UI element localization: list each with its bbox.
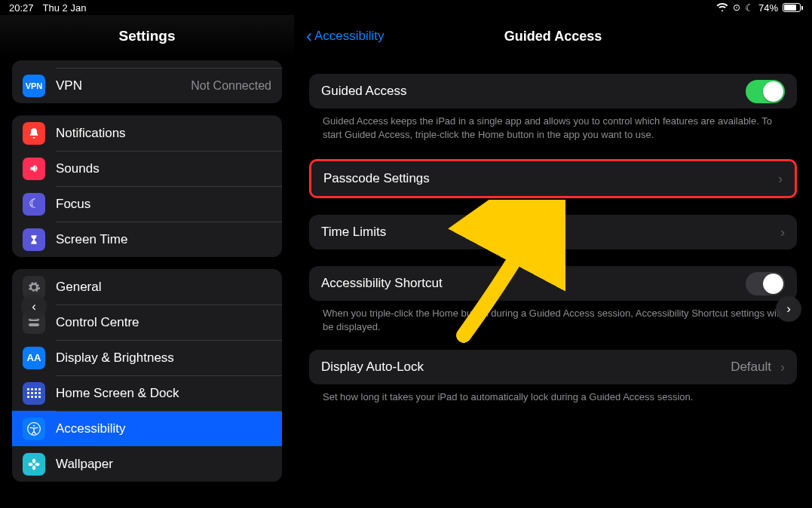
detail-pane: ‹ Accessibility Guided Access Guided Acc… — [294, 15, 812, 508]
bell-icon — [23, 122, 45, 145]
sidebar-item-label: Control Centre — [56, 315, 271, 330]
accessibility-icon — [23, 418, 45, 440]
sidebar-item-label: Accessibility — [56, 421, 271, 436]
speaker-icon — [23, 158, 45, 180]
sidebar-item-label: Sounds — [56, 161, 271, 176]
row-label: Time Limits — [321, 225, 771, 240]
battery-icon — [783, 3, 803, 12]
sidebar-item-home-screen[interactable]: Home Screen & Dock — [12, 375, 282, 411]
section-footer: Set how long it takes your iPad to autom… — [309, 384, 797, 404]
orientation-lock-icon: ⊙ — [733, 2, 740, 13]
status-date: Thu 2 Jan — [43, 2, 87, 14]
moon-icon: ☾ — [745, 2, 754, 14]
row-label: Guided Access — [321, 84, 737, 99]
page-title: Guided Access — [504, 29, 602, 44]
row-label: Display Auto-Lock — [321, 360, 722, 375]
app-grid-icon — [23, 382, 45, 405]
svg-point-1 — [33, 424, 35, 426]
accessibility-shortcut-switch[interactable] — [746, 272, 785, 295]
float-nav-next[interactable]: › — [776, 296, 801, 322]
settings-sidebar: Settings VPN VPN Not Connected Notificat… — [0, 15, 294, 508]
chevron-right-icon: › — [780, 360, 785, 375]
aa-icon: AA — [23, 347, 45, 369]
vpn-status: Not Connected — [191, 79, 271, 93]
row-passcode-settings[interactable]: Passcode Settings › — [311, 161, 795, 196]
chevron-right-icon: › — [786, 301, 791, 317]
sidebar-item-wallpaper[interactable]: Wallpaper — [12, 446, 282, 482]
chevron-left-icon: ‹ — [306, 27, 312, 45]
section-footer: Guided Access keeps the iPad in a single… — [309, 109, 797, 141]
sidebar-header: Settings — [0, 15, 294, 57]
flower-icon — [23, 453, 45, 476]
back-button[interactable]: ‹ Accessibility — [306, 27, 385, 45]
sidebar-item-label: Notifications — [56, 126, 271, 141]
section-footer: When you triple-click the Home button du… — [309, 301, 797, 333]
sidebar-item-accessibility[interactable]: Accessibility — [12, 411, 282, 446]
row-time-limits[interactable]: Time Limits › — [309, 215, 797, 249]
sidebar-item-label: VPN — [56, 78, 180, 93]
sidebar-item-focus[interactable]: ☾ Focus — [12, 186, 282, 222]
sidebar-item-display-brightness[interactable]: AA Display & Brightness — [12, 340, 282, 375]
status-time: 20:27 — [9, 2, 34, 14]
chevron-left-icon: ‹ — [32, 299, 36, 314]
sidebar-item-label: Screen Time — [56, 232, 271, 247]
auto-lock-value: Default — [731, 360, 771, 375]
sidebar-item-label: General — [56, 280, 271, 295]
moon-icon: ☾ — [23, 193, 45, 216]
float-nav-prev[interactable]: ‹ — [21, 294, 47, 320]
sidebar-item-vpn[interactable]: VPN VPN Not Connected — [12, 68, 282, 103]
sidebar-title: Settings — [119, 28, 176, 44]
sidebar-item-sounds[interactable]: Sounds — [12, 151, 282, 186]
row-guided-access-toggle[interactable]: Guided Access — [309, 74, 797, 109]
sidebar-item-screen-time[interactable]: Screen Time — [12, 222, 282, 257]
row-label: Passcode Settings — [323, 171, 769, 186]
status-bar: 20:27 Thu 2 Jan ⊙ ☾ 74% — [0, 0, 812, 15]
vpn-icon: VPN — [23, 75, 45, 97]
hourglass-icon — [23, 228, 45, 251]
wifi-icon — [716, 2, 728, 14]
sidebar-item-label: Home Screen & Dock — [56, 386, 271, 401]
back-label: Accessibility — [314, 29, 385, 44]
sidebar-item-control-centre[interactable]: Control Centre — [12, 304, 282, 340]
sidebar-item-notifications[interactable]: Notifications — [12, 115, 282, 151]
guided-access-switch[interactable] — [746, 80, 785, 103]
sidebar-item-label: Wallpaper — [56, 457, 271, 472]
row-accessibility-shortcut[interactable]: Accessibility Shortcut — [309, 266, 797, 301]
highlighted-passcode-row: Passcode Settings › — [309, 159, 797, 198]
row-label: Accessibility Shortcut — [321, 276, 737, 291]
sidebar-item-label: Focus — [56, 197, 271, 212]
sidebar-item-general[interactable]: General — [12, 269, 282, 304]
chevron-right-icon: › — [780, 225, 785, 240]
battery-percent: 74% — [758, 2, 778, 14]
sidebar-item-label: Display & Brightness — [56, 350, 271, 366]
row-display-auto-lock[interactable]: Display Auto-Lock Default › — [309, 350, 797, 384]
chevron-right-icon: › — [778, 171, 783, 187]
detail-header: ‹ Accessibility Guided Access — [294, 15, 812, 57]
